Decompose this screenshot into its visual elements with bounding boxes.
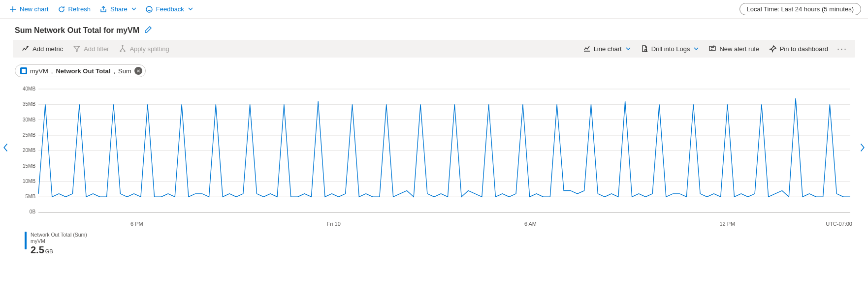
apply-splitting-label: Apply splitting	[129, 45, 169, 53]
time-range-picker[interactable]: Local Time: Last 24 hours (5 minutes)	[739, 3, 862, 15]
logs-icon	[641, 45, 648, 53]
metrics-chart[interactable]: 0B5MB10MB15MB20MB25MB30MB35MB40MB	[15, 86, 853, 219]
alert-icon	[708, 45, 716, 53]
add-metric-label: Add metric	[32, 45, 63, 53]
apply-splitting-button[interactable]: Apply splitting	[115, 43, 173, 55]
x-tick-label: 6 PM	[38, 221, 235, 227]
new-alert-rule-button[interactable]: New alert rule	[705, 43, 763, 55]
pin-to-dashboard-label: Pin to dashboard	[780, 45, 828, 53]
more-options-button[interactable]: ···	[834, 44, 850, 54]
pin-icon	[769, 45, 777, 53]
y-tick-label: 5MB	[26, 194, 36, 199]
legend-unit: GB	[45, 248, 53, 254]
metric-pill[interactable]: myVM, Network Out Total, Sum ✕	[15, 64, 146, 77]
chart-type-label: Line chart	[594, 45, 622, 53]
svg-point-3	[124, 51, 125, 52]
y-tick-label: 25MB	[23, 132, 35, 138]
refresh-button[interactable]: Refresh	[54, 3, 95, 15]
legend-color-swatch	[25, 232, 27, 249]
refresh-label: Refresh	[68, 5, 91, 13]
refresh-icon	[58, 5, 65, 13]
x-tick-label: 6 AM	[432, 221, 629, 227]
metric-pill-aggregation: Sum	[118, 67, 131, 75]
share-icon	[99, 5, 107, 13]
share-label: Share	[110, 5, 128, 13]
feedback-button[interactable]: Feedback	[141, 3, 197, 15]
legend-value: 2.5	[31, 244, 44, 255]
svg-point-4	[644, 49, 646, 51]
new-chart-label: New chart	[20, 5, 49, 13]
remove-metric-button[interactable]: ✕	[134, 67, 142, 75]
chart-pan-left-button[interactable]	[1, 140, 11, 155]
split-icon	[119, 45, 127, 53]
svg-point-0	[146, 6, 152, 12]
svg-rect-5	[709, 46, 715, 51]
legend-resource-name: myVM	[31, 238, 87, 244]
legend-series-name: Network Out Total (Sum)	[31, 232, 87, 238]
share-button[interactable]: Share	[96, 3, 140, 15]
add-filter-button[interactable]: Add filter	[69, 43, 113, 55]
add-metric-icon	[22, 45, 30, 53]
chevron-down-icon	[626, 45, 631, 53]
pin-to-dashboard-button[interactable]: Pin to dashboard	[765, 43, 832, 55]
timezone-label: UTC-07:00	[826, 221, 853, 227]
series-line	[38, 98, 850, 197]
line-chart-icon	[583, 45, 591, 53]
y-tick-label: 35MB	[23, 101, 35, 107]
smiley-icon	[145, 5, 153, 13]
drill-into-logs-label: Drill into Logs	[651, 45, 690, 53]
drill-into-logs-button[interactable]: Drill into Logs	[637, 43, 703, 55]
plus-icon	[9, 5, 17, 13]
add-metric-button[interactable]: Add metric	[18, 43, 67, 55]
filter-icon	[73, 45, 81, 53]
vm-icon	[20, 67, 27, 74]
y-tick-label: 15MB	[23, 163, 35, 169]
x-tick-label: 12 PM	[629, 221, 826, 227]
y-tick-label: 0B	[30, 209, 36, 214]
new-alert-rule-label: New alert rule	[719, 45, 759, 53]
metric-pill-metric: Network Out Total	[56, 67, 110, 75]
add-filter-label: Add filter	[84, 45, 109, 53]
chevron-down-icon	[131, 5, 136, 13]
y-tick-label: 40MB	[23, 86, 35, 91]
page-title: Sum Network Out Total for myVM	[15, 26, 139, 35]
metric-pill-resource: myVM	[30, 67, 48, 75]
y-tick-label: 10MB	[23, 179, 35, 184]
y-tick-label: 20MB	[23, 148, 35, 153]
new-chart-button[interactable]: New chart	[5, 3, 53, 15]
svg-point-2	[120, 51, 121, 52]
chart-legend: Network Out Total (Sum) myVM 2.5GB	[0, 227, 868, 265]
chevron-down-icon	[188, 5, 193, 13]
x-tick-label: Fri 10	[235, 221, 432, 227]
chart-type-dropdown[interactable]: Line chart	[579, 43, 635, 55]
time-range-label: Local Time: Last 24 hours (5 minutes)	[747, 5, 854, 13]
edit-title-button[interactable]	[144, 26, 152, 35]
feedback-label: Feedback	[156, 5, 184, 13]
chart-pan-right-button[interactable]	[857, 140, 867, 155]
y-tick-label: 30MB	[23, 117, 35, 122]
chevron-down-icon	[694, 45, 699, 53]
